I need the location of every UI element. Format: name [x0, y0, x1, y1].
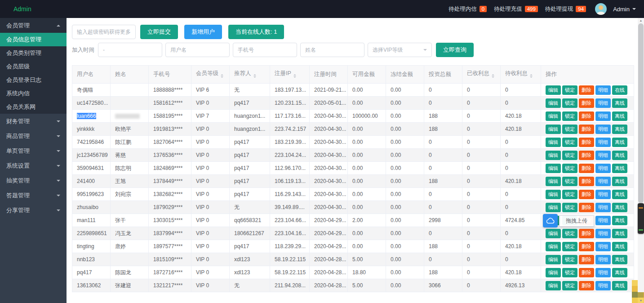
vip-level-select[interactable]: 选择VIP等级	[368, 43, 432, 57]
sidebar-item-finance-mgmt[interactable]: 财务管理	[0, 114, 67, 129]
edit-button[interactable]: 编辑	[546, 98, 561, 108]
detail-button[interactable]: 明细	[595, 151, 611, 160]
sidebar-item-goods-mgmt[interactable]: 商品管理	[0, 129, 67, 143]
detail-button[interactable]: 明细	[595, 164, 611, 173]
column-header[interactable]: 已收利息	[462, 66, 501, 84]
pending-stat-recharges[interactable]: 待处理充值499	[494, 5, 538, 13]
detail-button[interactable]: 明细	[595, 138, 611, 147]
delete-button[interactable]: 删除	[579, 111, 594, 121]
name-filter-input[interactable]	[300, 43, 364, 57]
lock-button[interactable]: 锁定	[562, 151, 577, 160]
sidebar-item-page-mgmt[interactable]: 单页管理	[0, 143, 67, 158]
status-button[interactable]: 离线	[612, 229, 627, 238]
edit-button[interactable]: 编辑	[546, 177, 561, 186]
status-button[interactable]: 离线	[612, 190, 627, 199]
detail-button[interactable]: 明细	[595, 255, 611, 264]
sort-icon[interactable]	[492, 73, 494, 79]
super-password-input[interactable]	[72, 25, 136, 39]
edit-button[interactable]: 编辑	[546, 203, 561, 212]
edit-button[interactable]: 编辑	[546, 268, 561, 277]
status-button[interactable]: 离线	[612, 216, 627, 225]
lock-button[interactable]: 锁定	[562, 268, 577, 277]
detail-button[interactable]: 明细	[595, 242, 611, 251]
sort-icon[interactable]	[530, 73, 533, 79]
detail-button[interactable]: 明细	[595, 203, 611, 212]
edit-button[interactable]: 编辑	[546, 190, 561, 199]
scroll-marker-widget[interactable]	[638, 203, 644, 234]
sort-icon[interactable]	[253, 73, 256, 79]
status-button[interactable]: 离线	[612, 151, 627, 160]
lock-button[interactable]: 锁定	[562, 98, 577, 108]
sidebar-item-member-info[interactable]: 会员信息管理	[0, 33, 67, 46]
sidebar-item-lottery-mgmt[interactable]: 抽奖管理	[0, 173, 67, 188]
status-button[interactable]: 离线	[612, 164, 627, 173]
detail-button[interactable]: 明细	[595, 190, 611, 199]
sidebar-item-member-network[interactable]: 会员关系网	[0, 100, 67, 114]
edit-button[interactable]: 编辑	[546, 164, 561, 173]
status-button[interactable]: 在线	[612, 85, 627, 95]
upload-cloud-button[interactable]	[543, 214, 558, 227]
delete-button[interactable]: 删除	[579, 281, 594, 290]
sidebar-item-member-level[interactable]: 会员层级	[0, 60, 67, 73]
status-button[interactable]: 离线	[612, 242, 627, 251]
lock-button[interactable]: 锁定	[562, 164, 577, 173]
sidebar-item-member-login-log[interactable]: 会员登录日志	[0, 73, 67, 87]
status-button[interactable]: 离线	[612, 111, 627, 121]
sidebar-item-member-mgmt[interactable]: 会员管理	[0, 18, 67, 33]
column-header[interactable]: 推荐人	[230, 66, 270, 84]
user-dropdown[interactable]: Admin	[613, 6, 636, 13]
column-header[interactable]: 注册IP	[270, 66, 310, 84]
lock-button[interactable]: 锁定	[562, 111, 577, 121]
detail-button[interactable]: 明细	[595, 85, 611, 95]
detail-button[interactable]: 明细	[595, 268, 611, 277]
lock-button[interactable]: 锁定	[562, 281, 577, 290]
sidebar-item-quiz-mgmt[interactable]: 答题管理	[0, 188, 67, 203]
sidebar-item-member-category[interactable]: 会员类别管理	[0, 46, 67, 60]
detail-button[interactable]: 明细	[595, 229, 611, 238]
delete-button[interactable]: 删除	[579, 164, 594, 173]
edit-button[interactable]: 编辑	[546, 151, 561, 160]
pending-stat-messages[interactable]: 待处理内信0	[449, 5, 487, 13]
sort-icon[interactable]	[221, 73, 223, 79]
status-button[interactable]: 离线	[612, 281, 627, 290]
status-button[interactable]: 离线	[612, 268, 627, 277]
delete-button[interactable]: 删除	[579, 85, 594, 95]
status-button[interactable]: 离线	[612, 125, 627, 134]
status-button[interactable]: 离线	[612, 98, 627, 108]
status-button[interactable]: 离线	[612, 138, 627, 147]
detail-button[interactable]: 明细	[595, 125, 611, 134]
delete-button[interactable]: 删除	[579, 268, 594, 277]
edit-button[interactable]: 编辑	[546, 138, 561, 147]
sidebar-item-share-mgmt[interactable]: 分享管理	[0, 203, 67, 218]
add-user-button[interactable]: 新增用户	[184, 25, 222, 39]
detail-button[interactable]: 明细	[595, 111, 611, 121]
edit-button[interactable]: 编辑	[546, 281, 561, 290]
username-filter-input[interactable]	[165, 43, 230, 57]
status-button[interactable]: 离线	[612, 203, 627, 212]
delete-button[interactable]: 删除	[579, 203, 594, 212]
delete-button[interactable]: 删除	[579, 151, 594, 160]
delete-button[interactable]: 删除	[579, 125, 594, 134]
delete-button[interactable]: 删除	[579, 255, 594, 264]
delete-button[interactable]: 删除	[579, 138, 594, 147]
detail-button[interactable]: 明细	[595, 98, 611, 108]
delete-button[interactable]: 删除	[579, 177, 594, 186]
column-header[interactable]: 待收利息	[501, 66, 541, 84]
online-count-button[interactable]: 当前在线人数: 1	[228, 25, 284, 39]
submit-button[interactable]: 立即提交	[140, 25, 178, 39]
edit-button[interactable]: 编辑	[546, 111, 561, 121]
edit-button[interactable]: 编辑	[546, 229, 561, 238]
sidebar-item-system-settings[interactable]: 系统设置	[0, 158, 67, 173]
lock-button[interactable]: 锁定	[562, 85, 577, 95]
delete-button[interactable]: 删除	[579, 98, 594, 108]
pending-stat-withdrawals[interactable]: 待处理提现94	[545, 5, 586, 13]
brand-logo[interactable]: Admin	[13, 5, 31, 13]
edit-button[interactable]: 编辑	[546, 85, 561, 95]
detail-button[interactable]: 明细	[595, 177, 611, 186]
lock-button[interactable]: 锁定	[562, 229, 577, 238]
column-header[interactable]: 会员等级	[191, 66, 230, 84]
edit-button[interactable]: 编辑	[546, 242, 561, 251]
avatar[interactable]	[595, 3, 607, 15]
join-time-input[interactable]	[98, 43, 162, 57]
sidebar-item-system-message[interactable]: 系统内信	[0, 87, 67, 100]
